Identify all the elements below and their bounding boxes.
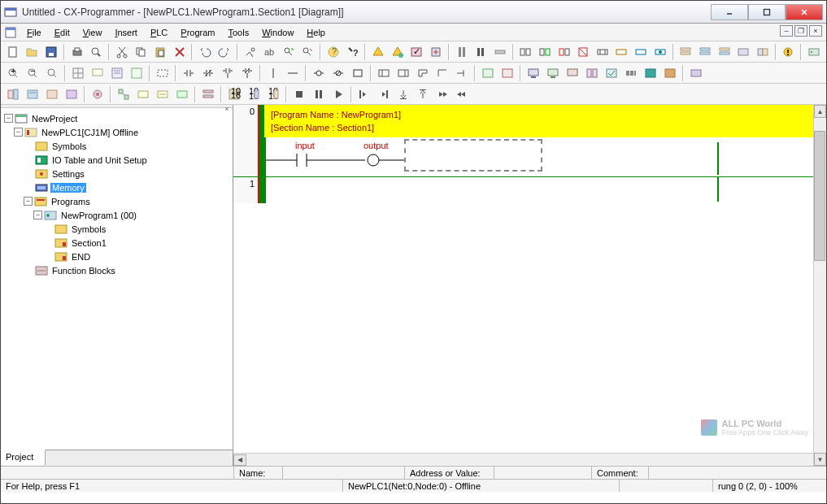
menu-help[interactable]: Help [300,26,332,39]
monitor-button-h[interactable] [661,64,679,82]
minimize-button[interactable] [711,4,748,20]
rung-1[interactable]: 1 [233,177,826,203]
fb-parameter-button[interactable] [498,64,516,82]
new-closed-coil-button[interactable] [329,64,347,82]
tool-plc-button[interactable] [805,43,823,61]
menu-program[interactable]: Program [174,26,221,39]
instruction-type-d[interactable] [433,64,451,82]
scroll-down-icon[interactable]: ▼ [814,453,826,466]
tree-end[interactable]: END [4,250,229,263]
horizontal-scrollbar[interactable]: ◀ ▶ [233,453,826,466]
mdi-minimize-button[interactable]: – [780,25,793,37]
section-button[interactable] [199,85,217,103]
collapse-icon[interactable]: − [14,128,23,137]
menu-window[interactable]: Window [255,26,300,39]
ladder-rungs[interactable]: 0 [Program Name : NewProgram1] [Section … [233,105,826,453]
tree-io-table[interactable]: IO Table and Unit Setup [4,153,229,167]
new-closed-contact-button[interactable] [199,64,217,82]
save-button[interactable] [42,43,60,61]
scroll-left-icon[interactable]: ◀ [233,454,246,466]
address-field-value[interactable] [494,467,591,479]
instruction-type-b[interactable] [394,64,412,82]
monitor-button-i[interactable] [687,64,705,82]
new-button[interactable] [4,43,22,61]
tree-memory[interactable]: Memory [4,180,229,194]
rung-button-e[interactable] [754,43,772,61]
properties-button[interactable] [89,85,107,103]
tree-prog-symbols[interactable]: Symbols [4,222,229,236]
monitor-button-b[interactable] [544,64,562,82]
new-contact-or-button[interactable] [219,64,237,82]
monitor-button-e[interactable] [603,64,620,82]
monitor-button-c[interactable] [564,64,581,82]
collapse-icon[interactable]: − [24,197,33,206]
compile-button[interactable] [369,43,387,61]
maximize-button[interactable] [748,4,786,20]
project-tab[interactable]: Project [1,450,46,465]
tree-root[interactable]: − NewProject [4,111,229,125]
cut-button[interactable] [113,43,131,61]
find-prev-button[interactable] [299,43,317,61]
new-closed-contact-or-button[interactable] [238,64,256,82]
grid-button[interactable] [69,64,87,82]
mdi-close-button[interactable]: × [809,25,822,37]
print-button[interactable] [68,43,86,61]
run-to-cursor-button[interactable] [433,85,451,103]
monitor-button-d[interactable] [583,64,601,82]
tree-programs[interactable]: − Programs [4,194,229,208]
verify-button[interactable]: ✓ [408,43,426,61]
show-rung-button[interactable] [128,64,146,82]
close-button[interactable] [786,4,823,20]
undo-button[interactable] [196,43,214,61]
tree-program1[interactable]: − NewProgram1 (00) [4,208,229,222]
menu-tools[interactable]: Tools [222,26,256,39]
io-comment-button-2[interactable] [154,85,172,103]
tool-safety-button[interactable] [780,43,798,61]
name-field-value[interactable] [282,467,404,479]
rung-button-c[interactable] [716,43,733,61]
instruction-type-c[interactable] [414,64,432,82]
view-project-button[interactable] [4,85,22,103]
paste-button[interactable] [151,43,169,61]
collapse-icon[interactable]: − [4,114,13,123]
element-button-c[interactable] [555,43,573,61]
step-out-button[interactable] [394,85,412,103]
sim-play-button[interactable] [329,85,347,103]
ladder-row-0[interactable]: input output [264,137,826,176]
find-button[interactable] [242,43,259,61]
selection-box[interactable] [404,139,542,172]
io-comment-button-3[interactable] [173,85,191,103]
copy-button[interactable] [133,43,150,61]
element-button-a[interactable] [517,43,535,61]
break-button[interactable] [453,85,471,103]
comment-field-value[interactable] [648,467,826,479]
new-instruction-button[interactable] [349,64,367,82]
compile-all-button[interactable] [389,43,407,61]
toggle-1-button[interactable] [491,43,509,61]
element-button-b[interactable] [536,43,554,61]
menu-plc[interactable]: PLC [144,26,174,39]
project-tree[interactable]: − NewProject − NewPLC1[CJ1M] Offline Sym… [1,108,233,450]
selection-mode-button[interactable] [154,64,172,82]
new-horizontal-button[interactable] [284,64,302,82]
mnemonic-view-button[interactable]: 1016 [225,85,243,103]
tree-section1[interactable]: Section1 [4,236,229,250]
show-comments-button[interactable] [89,64,107,82]
print-preview-button[interactable] [87,43,105,61]
element-button-e[interactable] [594,43,612,61]
step-in-button[interactable] [355,85,373,103]
work-online-button[interactable] [453,43,471,61]
instruction-type-e[interactable] [453,64,471,82]
delete-button[interactable] [171,43,189,61]
element-button-f[interactable] [613,43,631,61]
io-comment-button[interactable] [134,85,152,103]
sim-pause-button[interactable] [310,85,328,103]
menu-view[interactable]: View [76,26,109,39]
tree-function-blocks[interactable]: Function Blocks [4,263,229,277]
redo-button[interactable] [215,43,233,61]
element-button-g[interactable] [632,43,650,61]
scroll-up-icon[interactable]: ▲ [814,105,826,118]
step-over-button[interactable] [375,85,393,103]
cross-ref-button[interactable] [115,85,133,103]
sim-stop-button[interactable] [290,85,308,103]
